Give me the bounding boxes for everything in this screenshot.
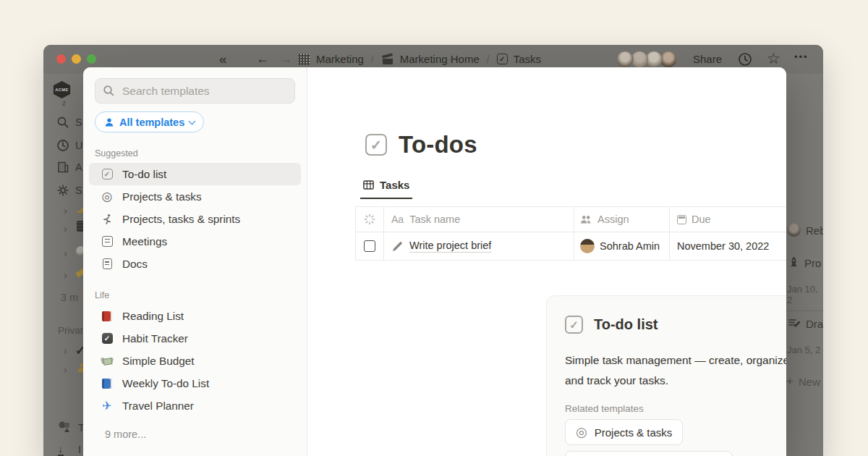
- breadcrumb: Marketing / Marketing Home / ✓ Tasks: [298, 53, 541, 65]
- presence-avatar[interactable]: [616, 51, 634, 68]
- template-description: Simple task management — create, organiz…: [565, 350, 786, 391]
- chevron-down-icon: [189, 117, 196, 124]
- calendar-icon: [677, 215, 686, 224]
- clock-history-icon[interactable]: [738, 52, 752, 67]
- template-search[interactable]: [95, 78, 295, 104]
- people-icon: [580, 215, 592, 224]
- red-book-icon: [101, 311, 114, 321]
- blue-book-icon: [101, 379, 114, 389]
- chevron-right-icon: ›: [64, 363, 67, 376]
- template-item-label: Projects & tasks: [122, 190, 202, 203]
- chevron-right-icon: ›: [64, 247, 67, 259]
- section-title-suggested: Suggested: [95, 148, 307, 159]
- checkbox-icon: ✓: [101, 169, 114, 180]
- page-card-title-project: Pro: [804, 257, 821, 269]
- bullseye-icon: ◎: [101, 190, 114, 203]
- card-title-row: ✓ To-do list: [565, 316, 658, 334]
- tab-tasks[interactable]: Tasks: [360, 179, 412, 199]
- search-icon: [56, 116, 69, 129]
- breadcrumb-item-tasks[interactable]: Tasks: [514, 53, 541, 65]
- template-item-weekly-todo[interactable]: Weekly To-do List: [89, 372, 301, 394]
- row-checkbox-cell[interactable]: [355, 232, 384, 260]
- grid-workspace-icon: [298, 54, 310, 65]
- template-item-label: Habit Tracker: [122, 332, 188, 345]
- template-item-projects-tasks[interactable]: ◎ Projects & tasks: [89, 185, 301, 208]
- template-info-card: ✓ To-do list Get template Simple task ma…: [546, 295, 786, 456]
- doc-icon: [101, 258, 114, 269]
- chevron-right-icon: ›: [64, 345, 67, 357]
- template-item-projects-tasks-sprints[interactable]: Projects, tasks & sprints: [89, 208, 301, 230]
- chevron-right-icon: ›: [64, 269, 67, 281]
- tasks-table: Aa Task name Assign Due: [355, 206, 786, 261]
- column-header-assign[interactable]: Assign: [574, 207, 670, 232]
- assignee-cell[interactable]: Sohrab Amin: [574, 232, 670, 260]
- sidebar-item-search: S: [75, 117, 82, 128]
- breadcrumb-item-marketing-home[interactable]: Marketing Home: [400, 53, 480, 65]
- breadcrumb-item-marketing[interactable]: Marketing: [316, 53, 364, 65]
- template-list-panel: All templates Suggested ✓ To-do list ◎ P…: [83, 67, 307, 456]
- page-card-title-draft: Dra: [806, 318, 823, 330]
- column-header-task-name[interactable]: Aa Task name: [384, 207, 574, 232]
- chevron-right-icon: ›: [64, 222, 67, 235]
- due-date-cell[interactable]: November 30, 2022: [670, 232, 786, 260]
- template-item-label: To-do list: [122, 168, 166, 181]
- new-page-button: New: [799, 376, 820, 388]
- more-options-icon[interactable]: •••: [794, 51, 809, 62]
- sidebar-item-settings: S: [75, 185, 82, 196]
- task-title-link[interactable]: Write project brief: [409, 240, 491, 253]
- assignee-avatar: [580, 239, 595, 253]
- template-item-habit-tracker[interactable]: ✓ Habit Tracker: [89, 327, 301, 350]
- related-template-chip-partial[interactable]: [565, 451, 733, 456]
- text-type-icon: Aa: [391, 214, 404, 225]
- plus-icon: +: [786, 374, 793, 389]
- templates-shapes-icon: [58, 421, 72, 433]
- template-item-meetings[interactable]: Meetings: [89, 230, 301, 253]
- updates-clock-icon: [56, 139, 69, 152]
- minimize-button[interactable]: [72, 54, 81, 64]
- related-template-projects-tasks[interactable]: ◎ Projects & tasks: [565, 419, 683, 445]
- more-templates-link[interactable]: 9 more...: [105, 428, 307, 440]
- template-item-todo-list[interactable]: ✓ To-do list: [89, 163, 301, 185]
- forward-arrow-icon[interactable]: →: [279, 51, 292, 67]
- search-icon: [103, 85, 115, 97]
- zoom-button[interactable]: [87, 54, 96, 64]
- template-item-label: Projects, tasks & sprints: [122, 213, 240, 226]
- close-button[interactable]: [56, 54, 66, 64]
- search-input[interactable]: [121, 84, 287, 98]
- template-item-travel-planner[interactable]: ✈ Travel Planner: [89, 394, 301, 417]
- share-button[interactable]: Share: [693, 53, 722, 65]
- pencil-icon: [391, 240, 404, 253]
- table-view-icon: [363, 180, 374, 190]
- checkbox-icon: ✓: [365, 134, 387, 156]
- money-icon: [101, 357, 114, 366]
- memo-emoji-icon: [788, 318, 800, 329]
- back-arrow-icon[interactable]: ←: [256, 51, 269, 67]
- star-favorite-icon[interactable]: ☆: [767, 50, 780, 67]
- filter-all-templates[interactable]: All templates: [95, 111, 204, 132]
- column-header-due[interactable]: Due: [670, 207, 786, 232]
- card-template-title: To-do list: [594, 316, 658, 333]
- tab-label: Tasks: [380, 179, 409, 191]
- breadcrumb-separator: /: [371, 54, 374, 65]
- teamspaces-building-icon: [56, 161, 69, 174]
- chevron-right-icon: ›: [64, 204, 67, 216]
- table-row: Write project brief Sohrab Amin November…: [355, 232, 786, 261]
- template-item-simple-budget[interactable]: Simple Budget: [89, 350, 301, 372]
- task-checkbox[interactable]: [364, 240, 375, 252]
- page-card-date: Jan 10, 2: [787, 284, 823, 305]
- task-name-cell[interactable]: Write project brief: [384, 232, 574, 260]
- template-gallery-modal: All templates Suggested ✓ To-do list ◎ P…: [83, 67, 786, 456]
- divider: [786, 311, 823, 311]
- sidebar-item-updates: U: [75, 140, 82, 151]
- section-title-life: Life: [95, 290, 307, 300]
- template-item-docs[interactable]: Docs: [89, 253, 301, 275]
- template-item-label: Weekly To-do List: [122, 377, 209, 390]
- template-item-reading-list[interactable]: Reading List: [89, 305, 301, 327]
- airplane-icon: ✈: [101, 399, 114, 413]
- sidebar-collapse-icon[interactable]: «: [219, 51, 226, 67]
- person-icon: [104, 117, 114, 127]
- page-card-person-name: Reb: [806, 224, 823, 237]
- template-item-label: Travel Planner: [122, 400, 194, 413]
- breadcrumb-separator: /: [487, 54, 490, 65]
- acme-workspace-logo: ACME: [52, 81, 72, 98]
